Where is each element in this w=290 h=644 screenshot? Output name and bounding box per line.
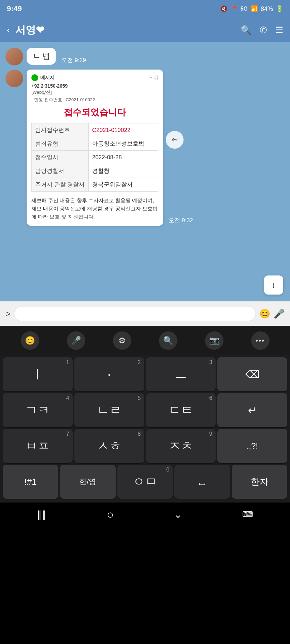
key-punctuation[interactable]: .,?! [217,429,287,463]
nav-down-button[interactable]: ⌄ [174,509,182,520]
network-icon: 5G [241,6,248,12]
back-button[interactable]: ‹ [7,25,10,35]
keyboard: 1 ㅣ 2 · 3 ㅡ ⌫ 4 ㄱㅋ 5 ㄴㄹ 6 ㄷㅌ ↵ [0,355,290,503]
share-button[interactable]: ⇜ [166,131,184,149]
key-6-dt[interactable]: 6 ㄷㅌ [146,393,216,427]
message-input[interactable] [14,306,256,321]
key-3-horizontal[interactable]: 3 ㅡ [146,357,216,391]
card-sender: 메시지 [31,74,55,81]
toolbar-emoji-button[interactable]: 😊 [21,331,39,350]
avatar-1 [5,48,23,65]
nav-keyboard-button[interactable]: ⌨ [242,510,253,519]
card-footer: 제보해 주신 내용은 향후 수사자료로 활용될 예정이며, 제보 내용이 공익신… [31,196,158,221]
avatar-2 [5,70,23,87]
key-row-4: !#1 한/영 0 ㅇㅁ ⎵ 한자 [1,465,289,499]
search-icon[interactable]: 🔍 [241,25,251,35]
msg-green-icon [31,74,38,81]
key-5-nr[interactable]: 5 ㄴㄹ [74,393,144,427]
key-enter[interactable]: ↵ [217,393,287,427]
msg-time-1: 오전 9:29 [61,56,86,64]
scroll-down-button[interactable]: ↓ [264,275,283,295]
toolbar-mic-button[interactable]: 🎤 [67,331,85,350]
location-icon: 📍 [230,5,238,13]
mute-icon: 🔇 [220,5,228,13]
card-number-preview: - 민원 접수번호 : C2021-010022... [31,97,158,103]
key-8-sh[interactable]: 8 ㅅㅎ [74,429,144,463]
status-icons: 🔇 📍 5G 📶 84% 🔋 [220,5,283,13]
key-1-vertical[interactable]: 1 ㅣ [3,357,73,391]
card-table: 임시접수번호C2021-010022범죄유형아동청소년성보호법접수일시2022-… [31,123,158,192]
message-row-2: 메시지 지금 +92 2·3150-2659 [Web발신] - 민원 접수번호… [5,70,285,226]
keyboard-toolbar: 😊 🎤 ⚙ 🔍 📷 ••• [0,326,290,355]
card-phone: +92 2·3150-2659 [31,83,158,89]
police-card: 메시지 지금 +92 2·3150-2659 [Web발신] - 민원 접수번호… [27,70,163,226]
nav-back-button[interactable]: ∥∥ [37,509,46,520]
card-time-label: 지금 [149,74,158,81]
battery-text: 84% [261,5,273,13]
toolbar-settings-button[interactable]: ⚙ [113,331,131,350]
toolbar-camera-button[interactable]: 📷 [205,331,223,350]
mic-button[interactable]: 🎤 [274,309,285,319]
toolbar-more-button[interactable]: ••• [251,331,270,350]
key-0-om[interactable]: 0 ㅇㅁ [117,465,173,499]
key-delete[interactable]: ⌫ [217,357,287,391]
key-4-gk[interactable]: 4 ㄱㅋ [3,393,73,427]
card-sender-label: 메시지 [40,75,55,81]
msg-time-2: 오전 9:32 [169,216,193,224]
emoji-button[interactable]: 😊 [259,309,270,319]
card-title: 접수되었습니다 [31,106,158,118]
key-hanja[interactable]: 한자 [232,465,287,499]
key-space[interactable]: ⎵ [174,465,230,499]
status-bar: 9:49 🔇 📍 5G 📶 84% 🔋 [0,0,290,18]
chat-header: ‹ 서영❤ 🔍 ✆ ☰ [0,18,290,42]
battery-icon: 🔋 [276,5,283,13]
input-bar: > 😊 🎤 [0,301,290,326]
card-header: 메시지 지금 [31,74,158,81]
key-7-bp[interactable]: 7 ㅂㅍ [3,429,73,463]
header-icons: 🔍 ✆ ☰ [241,25,283,35]
nav-bar: ∥∥ ○ ⌄ ⌨ [0,503,290,526]
nav-home-button[interactable]: ○ [107,508,114,521]
card-web-tag: [Web발신] [31,89,158,95]
expand-button[interactable]: > [5,309,11,319]
toolbar-search-button[interactable]: 🔍 [159,331,177,350]
key-row-3: 7 ㅂㅍ 8 ㅅㅎ 9 ㅈㅊ .,?! [1,429,289,463]
key-row-1: 1 ㅣ 2 · 3 ㅡ ⌫ [1,357,289,391]
phone-icon[interactable]: ✆ [260,25,267,35]
key-2-dot[interactable]: 2 · [74,357,144,391]
chat-area: ㄴ 넵 오전 9:29 메시지 지금 +92 2·3150-2659 [Web발… [0,42,290,301]
signal-icon: 📶 [250,5,258,13]
chat-title: 서영❤ [15,23,235,37]
menu-icon[interactable]: ☰ [275,25,283,35]
key-lang-switch[interactable]: 한/영 [60,465,116,499]
key-symbol[interactable]: !#1 [3,465,58,499]
message-row-1: ㄴ 넵 오전 9:29 [5,48,285,65]
status-time: 9:49 [7,4,22,13]
key-9-jch[interactable]: 9 ㅈㅊ [146,429,216,463]
key-row-2: 4 ㄱㅋ 5 ㄴㄹ 6 ㄷㅌ ↵ [1,393,289,427]
bubble-simple: ㄴ 넵 [27,48,56,65]
